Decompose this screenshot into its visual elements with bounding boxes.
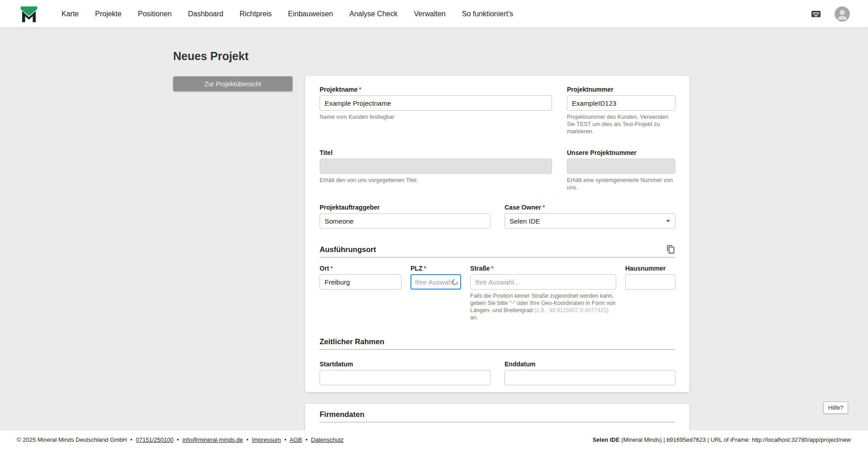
projektauftraggeber-label: Projektauftraggeber (320, 204, 491, 211)
titel-input (320, 159, 552, 174)
nav-item-einbauweisen[interactable]: Einbauweisen (288, 10, 333, 18)
startdatum-input[interactable] (320, 370, 491, 385)
footer-separator: • (284, 436, 287, 443)
footer-session-info: Selen IDE (Mineral Minds) | b91695ed7623… (593, 436, 851, 443)
projektnummer-helper: Projektnummer des Kunden. Verwenden Sie … (567, 113, 675, 135)
section-divider (320, 349, 675, 350)
projektnummer-field: Projektnummer Projektnummer des Kunden. … (567, 86, 675, 135)
row-datum: Startdatum Enddatum (320, 360, 675, 385)
row-ort: Ort* PLZ* Straße* Falls die Po (320, 265, 675, 321)
main-nav: Karte Projekte Positionen Dashboard Rich… (61, 10, 513, 18)
unsere-projektnummer-input (567, 159, 675, 174)
plz-input-wrapper (410, 274, 461, 290)
section-zeitlicher-rahmen-header: Zeitlicher Rahmen (320, 337, 675, 346)
titel-helper: Erhält den von uns vorgegebenen Titel. (320, 177, 552, 184)
nav-item-richtpreis[interactable]: Richtpreis (240, 10, 272, 18)
strasse-label: Straße* (470, 265, 616, 272)
firmendaten-title: Firmendaten (320, 410, 675, 419)
unsere-projektnummer-helper: Erhält eine systemgenerierte Nummer von … (567, 177, 675, 191)
enddatum-field: Enddatum (505, 360, 675, 385)
strasse-input[interactable] (470, 274, 616, 290)
user-avatar-icon[interactable] (835, 6, 850, 22)
copyright-text: © 2025 Mineral Minds Deutschland GmbH (17, 436, 127, 443)
required-marker: * (330, 265, 333, 272)
footer-phone-link[interactable]: 07151/250100 (136, 436, 174, 443)
footer-impressum-link[interactable]: Impressum (252, 436, 281, 443)
app-root: Karte Projekte Positionen Dashboard Rich… (0, 0, 868, 449)
hausnummer-field: Hausnummer (625, 265, 675, 321)
page-title: Neues Projekt (173, 50, 249, 63)
section-divider (320, 257, 675, 257)
titel-field: Titel Erhält den von uns vorgegebenen Ti… (320, 149, 552, 191)
strasse-helper: Falls die Position keiner Straße zugeord… (470, 292, 616, 321)
required-marker: * (359, 86, 361, 93)
ort-input[interactable] (320, 274, 401, 290)
ausfuehrungsort-title: Ausführungsort (320, 245, 376, 254)
startdatum-label: Startdatum (320, 360, 491, 368)
nav-item-karte[interactable]: Karte (61, 10, 79, 18)
help-button[interactable]: Hilfe? (823, 402, 848, 414)
footer-separator: • (130, 436, 132, 443)
navbar-right (809, 6, 850, 22)
nav-item-so-funktionierts[interactable]: So funktioniert's (462, 10, 513, 18)
projektname-input[interactable] (320, 95, 552, 111)
footer-separator: • (306, 436, 308, 443)
row-projektname: Projektname* Name vom Kunden festlegbar … (320, 86, 675, 135)
top-navbar: Karte Projekte Positionen Dashboard Rich… (0, 0, 868, 28)
enddatum-input[interactable] (505, 370, 675, 385)
footer-left: © 2025 Mineral Minds Deutschland GmbH • … (17, 436, 344, 443)
nav-item-dashboard[interactable]: Dashboard (188, 10, 223, 18)
projektauftraggeber-field: Projektauftraggeber (320, 204, 491, 229)
footer-email-link[interactable]: info@mineral-minds.de (182, 436, 243, 443)
footer-datenschutz-link[interactable]: Datenschutz (311, 436, 344, 443)
row-auftraggeber: Projektauftraggeber Case Owner* Selen ID… (320, 204, 675, 229)
enddatum-label: Enddatum (505, 360, 675, 368)
logo-icon (20, 5, 38, 23)
footer-agb-link[interactable]: AGB (290, 436, 302, 443)
unsere-projektnummer-label: Unsere Projektnummer (567, 149, 675, 156)
strasse-field: Straße* Falls die Position keiner Straße… (470, 265, 616, 321)
session-user: Selen IDE (593, 436, 620, 443)
keyboard-icon[interactable] (809, 9, 823, 19)
plz-label: PLZ* (410, 265, 461, 272)
projektname-helper: Name vom Kunden festlegbar (320, 113, 552, 121)
project-form-card: Projektname* Name vom Kunden festlegbar … (305, 76, 689, 392)
projektnummer-label: Projektnummer (567, 86, 675, 93)
footer: © 2025 Mineral Minds Deutschland GmbH • … (0, 430, 868, 449)
chevron-down-icon (666, 220, 670, 222)
section-divider (320, 422, 675, 422)
nav-item-verwalten[interactable]: Verwalten (414, 10, 445, 18)
required-marker: * (542, 204, 545, 211)
required-marker: * (424, 265, 426, 272)
back-to-projects-button[interactable]: Zur Projektübersicht (173, 76, 292, 91)
case-owner-select[interactable]: Selen IDE (505, 213, 675, 229)
ort-field: Ort* (320, 265, 401, 321)
startdatum-field: Startdatum (320, 360, 491, 385)
footer-separator: • (246, 436, 249, 443)
nav-item-projekte[interactable]: Projekte (95, 10, 122, 18)
required-marker: * (491, 265, 494, 272)
plz-field: PLZ* (410, 265, 461, 321)
section-ausfuehrungsort-header: Ausführungsort (320, 245, 675, 254)
projektnummer-input[interactable] (567, 95, 675, 111)
copy-icon[interactable] (666, 245, 675, 254)
case-owner-field: Case Owner* Selen IDE (505, 204, 675, 229)
projektauftraggeber-input[interactable] (320, 213, 491, 229)
row-titel: Titel Erhält den von uns vorgegebenen Ti… (320, 149, 675, 191)
case-owner-label: Case Owner* (505, 204, 675, 211)
ort-label: Ort* (320, 265, 401, 272)
session-details: (Mineral Minds) | b91695ed7623 | URL of … (620, 436, 851, 443)
projektname-field: Projektname* Name vom Kunden festlegbar (320, 86, 552, 135)
case-owner-value: Selen IDE (509, 217, 540, 225)
hausnummer-label: Hausnummer (625, 265, 675, 272)
nav-item-analyse-check[interactable]: Analyse Check (349, 10, 398, 18)
mineral-minds-logo[interactable] (20, 5, 38, 23)
zeitlicher-rahmen-title: Zeitlicher Rahmen (320, 337, 384, 346)
projektname-label: Projektname* (320, 86, 552, 93)
hausnummer-input[interactable] (625, 274, 675, 290)
unsere-projektnummer-field: Unsere Projektnummer Erhält eine systemg… (567, 149, 675, 191)
footer-separator: • (177, 436, 179, 443)
titel-label: Titel (320, 149, 552, 156)
nav-item-positionen[interactable]: Positionen (138, 10, 172, 18)
